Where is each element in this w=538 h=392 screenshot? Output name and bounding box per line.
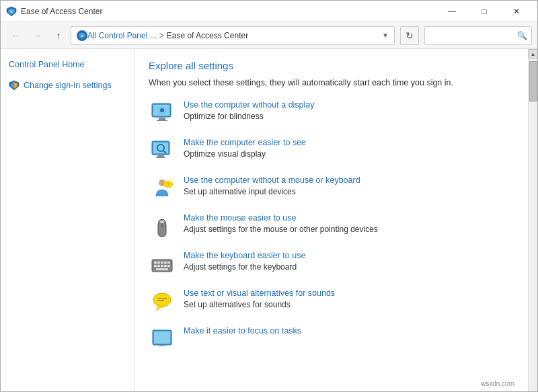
item-text: Make the mouse easier to use Adjust sett…	[184, 213, 514, 234]
svg-point-37	[153, 293, 171, 307]
sidebar: Control Panel Home Change sign-in settin…	[1, 49, 135, 391]
sidebar-signin-label: Change sign-in settings	[24, 81, 112, 90]
breadcrumb-part1[interactable]: All Control Panel ...	[87, 31, 157, 40]
window: e Ease of Access Center — □ ✕ ← → ↑ e Al…	[0, 0, 538, 392]
search-icon[interactable]: 🔍	[517, 31, 527, 40]
keyboard-icon	[149, 251, 176, 278]
address-field[interactable]: e All Control Panel ... > Ease of Access…	[71, 26, 395, 45]
scroll-up-arrow[interactable]: ▲	[529, 49, 538, 58]
window-title: Ease of Access Center	[21, 7, 436, 16]
item-link-no-display[interactable]: Use the computer without a display	[184, 100, 514, 110]
item-text: Use the computer without a mouse or keyb…	[184, 175, 514, 196]
item-link-no-mouse[interactable]: Use the computer without a mouse or keyb…	[184, 175, 514, 185]
breadcrumb: All Control Panel ... > Ease of Access C…	[87, 31, 378, 40]
mouse-icon	[149, 213, 176, 240]
item-text: Use text or visual alternatives for soun…	[184, 288, 514, 309]
main-content: Control Panel Home Change sign-in settin…	[1, 49, 537, 391]
item-link-sounds[interactable]: Use text or visual alternatives for soun…	[184, 288, 514, 298]
svg-text:e: e	[81, 34, 83, 38]
app-icon: e	[6, 6, 17, 17]
item-desc-keyboard: Adjust settings for the keyboard	[184, 262, 297, 272]
refresh-button[interactable]: ↻	[400, 26, 419, 45]
item-text: Make the computer easier to see Optimize…	[184, 138, 514, 159]
magnify-icon	[149, 138, 176, 165]
svg-rect-28	[161, 262, 163, 264]
svg-rect-32	[157, 265, 160, 267]
monitor-icon	[149, 100, 176, 127]
person-icon: !	[149, 175, 176, 202]
dropdown-arrow-icon[interactable]: ▼	[382, 32, 389, 39]
close-button[interactable]: ✕	[501, 1, 532, 22]
item-text: Make it easier to focus on tasks	[184, 326, 514, 337]
svg-rect-35	[167, 265, 170, 267]
scroll-thumb[interactable]	[529, 61, 537, 102]
window-controls: — □ ✕	[436, 1, 532, 22]
scrollbar: ▲	[528, 49, 537, 391]
svg-rect-12	[157, 120, 167, 121]
svg-rect-26	[154, 262, 157, 264]
speech-icon	[149, 288, 176, 315]
breadcrumb-separator: >	[159, 31, 164, 40]
item-text: Make the keyboard easier to use Adjust s…	[184, 251, 514, 272]
sidebar-item-home[interactable]: Control Panel Home	[9, 60, 126, 69]
search-field[interactable]: 🔍	[424, 26, 532, 45]
item-desc-easier-see: Optimize visual display	[184, 149, 266, 159]
sidebar-item-signin[interactable]: Change sign-in settings	[9, 80, 126, 91]
shield-icon	[9, 80, 20, 91]
section-title: Explore all settings	[149, 60, 514, 71]
list-item: ! Use the computer without a mouse or ke…	[149, 175, 514, 202]
list-item: Make the mouse easier to use Adjust sett…	[149, 213, 514, 240]
item-desc-no-mouse: Set up alternative input devices	[184, 187, 296, 196]
address-bar: ← → ↑ e All Control Panel ... > Ease of …	[1, 22, 537, 49]
section-description: When you select these settings, they wil…	[149, 77, 514, 89]
title-bar: e Ease of Access Center — □ ✕	[1, 1, 537, 22]
up-button[interactable]: ↑	[49, 26, 68, 45]
svg-rect-33	[161, 265, 163, 267]
svg-rect-27	[157, 262, 160, 264]
minimize-button[interactable]: —	[436, 1, 467, 22]
svg-rect-36	[156, 268, 168, 270]
list-item: Make it easier to focus on tasks	[149, 326, 514, 346]
item-link-mouse[interactable]: Make the mouse easier to use	[184, 213, 514, 223]
item-text: Use the computer without a display Optim…	[184, 100, 514, 121]
list-item: Use the computer without a display Optim…	[149, 100, 514, 127]
svg-rect-11	[159, 118, 165, 120]
svg-point-24	[160, 221, 164, 223]
list-item: Make the keyboard easier to use Adjust s…	[149, 251, 514, 278]
forward-button[interactable]: →	[28, 26, 46, 45]
breadcrumb-icon: e	[77, 30, 87, 41]
svg-rect-43	[159, 346, 165, 346]
svg-rect-30	[167, 262, 170, 264]
svg-rect-42	[154, 331, 170, 344]
item-desc-no-display: Optimize for blindness	[184, 112, 264, 121]
focus-icon	[149, 326, 176, 346]
list-item: Use text or visual alternatives for soun…	[149, 288, 514, 315]
svg-rect-29	[164, 262, 167, 264]
item-link-focus[interactable]: Make it easier to focus on tasks	[184, 326, 514, 336]
svg-point-10	[160, 108, 164, 112]
item-link-easier-see[interactable]: Make the computer easier to see	[184, 138, 514, 147]
content-panel: Explore all settings When you select the…	[135, 49, 528, 391]
breadcrumb-current: Ease of Access Center	[167, 31, 248, 40]
list-item: Make the computer easier to see Optimize…	[149, 138, 514, 165]
svg-rect-19	[156, 157, 165, 158]
svg-rect-31	[154, 265, 157, 267]
back-button[interactable]: ←	[6, 26, 25, 45]
svg-rect-34	[164, 265, 167, 267]
svg-rect-18	[157, 155, 164, 157]
maximize-button[interactable]: □	[469, 1, 500, 22]
watermark: wsxdn.com	[481, 380, 514, 387]
item-link-keyboard[interactable]: Make the keyboard easier to use	[184, 251, 514, 260]
item-desc-sounds: Set up alternatives for sounds	[184, 300, 291, 309]
item-desc-mouse: Adjust settings for the mouse or other p…	[184, 225, 378, 234]
